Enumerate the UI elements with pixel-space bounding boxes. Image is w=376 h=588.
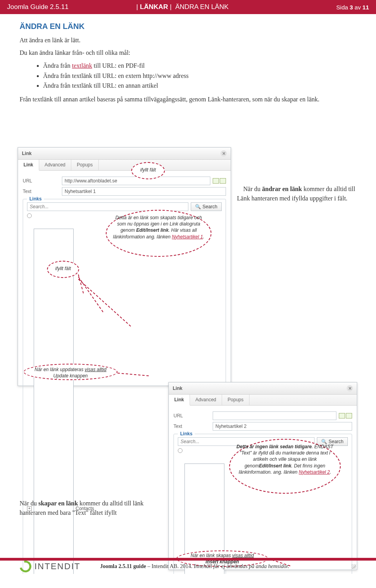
- text-label: Text: [23, 189, 62, 194]
- footer: INTENDIT Joomla 2.5.11 guide – Intendit …: [20, 561, 356, 572]
- bullet-1: Ändra från textlänk till URL: en PDF-fil: [43, 61, 356, 71]
- bullet-2: Ändra från textlänk till URL: en extern …: [43, 71, 356, 81]
- search-button[interactable]: 🔍 Search: [191, 202, 222, 211]
- url-label: URL: [23, 178, 62, 184]
- page-header: Joomla Guide 2.5.11 | | LÄNKAR | ÄNDRA E…: [0, 0, 376, 14]
- header-center: | | LÄNKAR | ÄNDRA EN LÄNKLÄNKAR | ÄNDRA…: [136, 3, 291, 11]
- bottom-caption: När du skapar en länk kommer du alltid t…: [20, 499, 164, 518]
- callout-ifyllt-1: ifyllt fält: [131, 162, 165, 179]
- dialog-titlebar[interactable]: Link ✕: [18, 148, 231, 160]
- tabs: Link Advanced Popups: [18, 160, 231, 171]
- tab-popups[interactable]: Popups: [71, 160, 99, 170]
- url-icons[interactable]: [213, 178, 226, 184]
- close-icon[interactable]: ✕: [221, 150, 227, 157]
- textlink[interactable]: textlänk: [72, 62, 92, 69]
- header-page: Sida 3 av 11: [291, 4, 369, 11]
- gear-icon[interactable]: [178, 448, 183, 453]
- tab2-popups[interactable]: Popups: [222, 395, 249, 405]
- footer-line: [0, 558, 376, 561]
- tab-advanced[interactable]: Advanced: [39, 160, 71, 170]
- section-title: ÄNDRA EN LÄNK: [20, 22, 356, 31]
- side-caption: När du ändrar en länk kommer du alltid t…: [237, 184, 358, 203]
- url2-input[interactable]: [213, 411, 336, 420]
- dialog2-titlebar[interactable]: Link✕: [169, 382, 357, 395]
- callout-big-2: Detta är ingen länk sedan tidigare. ENDA…: [229, 439, 341, 494]
- gear-icon[interactable]: [27, 213, 32, 218]
- url-input[interactable]: [62, 177, 210, 185]
- url-icons[interactable]: [339, 413, 352, 418]
- para-after: Från textlänk till annan artikel baseras…: [20, 95, 356, 104]
- text2-input[interactable]: [213, 422, 352, 431]
- bullet-list: Ändra från textlänk till URL: en PDF-fil…: [20, 61, 356, 91]
- tab2-link[interactable]: Link: [169, 395, 190, 406]
- callout-big-1: Detta är en länk som skapats tidigare oc…: [106, 210, 212, 257]
- intro-2: Du kan ändra länkar från- och till olika…: [20, 48, 356, 58]
- logo-icon: [18, 559, 34, 574]
- tab2-advanced[interactable]: Advanced: [190, 395, 222, 405]
- logo: INTENDIT: [20, 561, 80, 572]
- links-legend: Links: [27, 196, 44, 202]
- callout-ifyllt-2: ifyllt fält: [47, 261, 79, 278]
- page-body: ÄNDRA EN LÄNK Att ändra en länk är lätt.…: [0, 14, 376, 574]
- footer-text: Joomla 2.5.11 guide – Intendit AB. 2014.…: [100, 563, 289, 570]
- callout-update: När en länk uppdateras visas alltid Upda…: [24, 364, 118, 380]
- tab-link[interactable]: Link: [18, 160, 39, 171]
- dialog-title: Link: [22, 151, 32, 156]
- bullet-3: Ändra från textlänk till URL: en annan a…: [43, 81, 356, 91]
- text-input[interactable]: [62, 187, 226, 196]
- close-icon[interactable]: ✕: [347, 385, 353, 391]
- header-title: Joomla Guide 2.5.11: [7, 3, 136, 11]
- intro-1: Att ändra en länk är lätt.: [20, 36, 356, 45]
